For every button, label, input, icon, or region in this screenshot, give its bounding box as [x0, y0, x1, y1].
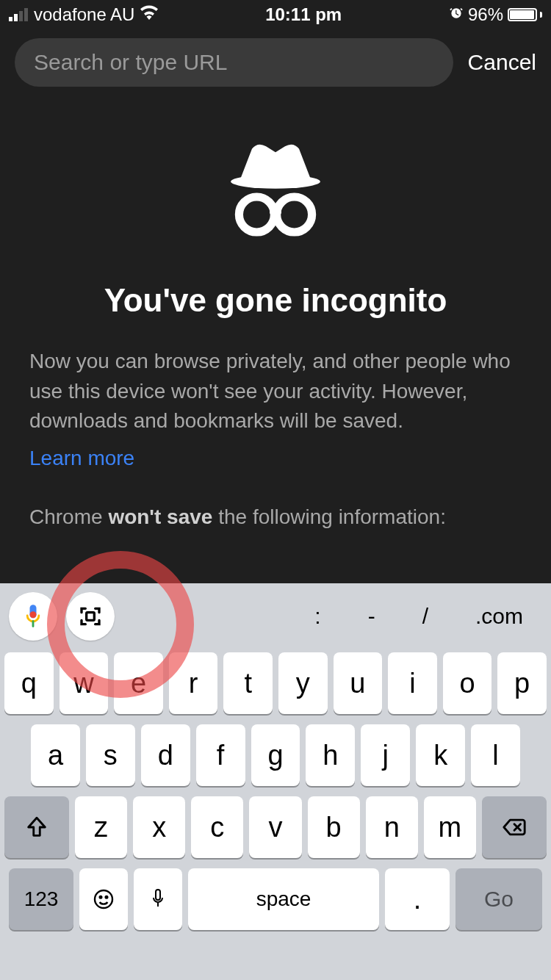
key-x[interactable]: x — [133, 796, 185, 858]
key-q[interactable]: q — [4, 652, 54, 714]
key-l[interactable]: l — [471, 724, 520, 786]
key-d[interactable]: d — [141, 724, 190, 786]
signal-icon — [9, 8, 28, 21]
search-row: Cancel — [0, 29, 551, 103]
key-u[interactable]: u — [334, 652, 383, 714]
key-c[interactable]: c — [191, 796, 243, 858]
wifi-icon — [140, 5, 158, 24]
svg-rect-6 — [87, 613, 95, 621]
url-search-input[interactable] — [15, 38, 453, 87]
keyboard-row-1: q w e r t y u i o p — [4, 652, 547, 714]
key-h[interactable]: h — [306, 724, 355, 786]
key-y[interactable]: y — [278, 652, 328, 714]
key-b[interactable]: b — [308, 796, 360, 858]
key-period[interactable]: . — [385, 868, 450, 930]
keyboard-row-4: 123 space . Go — [4, 868, 547, 930]
key-m[interactable]: m — [424, 796, 476, 858]
key-backspace[interactable] — [482, 796, 547, 858]
suggestion-slash[interactable]: / — [403, 604, 447, 629]
incognito-title: You've gone incognito — [29, 282, 522, 319]
svg-point-8 — [100, 896, 102, 898]
svg-point-2 — [277, 197, 312, 232]
status-right: 96% — [449, 4, 542, 25]
key-space[interactable]: space — [188, 868, 379, 930]
suggestion-dash[interactable]: - — [349, 604, 395, 629]
incognito-content: You've gone incognito Now you can browse… — [0, 103, 551, 529]
key-o[interactable]: o — [443, 652, 492, 714]
svg-point-1 — [239, 197, 274, 232]
key-j[interactable]: j — [361, 724, 410, 786]
key-n[interactable]: n — [366, 796, 418, 858]
suggestion-colon[interactable]: : — [295, 604, 339, 629]
keyboard-suggestion-bar: : - / .com — [0, 583, 551, 649]
svg-rect-10 — [156, 890, 160, 900]
key-v[interactable]: v — [249, 796, 301, 858]
keyboard: : - / .com q w e r t y u i o p a s d f g… — [0, 583, 551, 980]
key-z[interactable]: z — [75, 796, 127, 858]
key-r[interactable]: r — [169, 652, 218, 714]
qr-scan-button[interactable] — [66, 592, 115, 641]
key-f[interactable]: f — [196, 724, 245, 786]
key-g[interactable]: g — [251, 724, 300, 786]
status-bar: vodafone AU 10:11 pm 96% — [0, 0, 551, 29]
key-emoji[interactable] — [79, 868, 128, 930]
key-i[interactable]: i — [388, 652, 437, 714]
suggestion-dotcom[interactable]: .com — [456, 604, 542, 629]
key-go[interactable]: Go — [455, 868, 542, 930]
keyboard-row-2: a s d f g h j k l — [4, 724, 547, 786]
key-e[interactable]: e — [114, 652, 163, 714]
incognito-description: Now you can browse privately, and other … — [29, 347, 522, 436]
key-w[interactable]: w — [60, 652, 109, 714]
key-shift[interactable] — [4, 796, 69, 858]
key-k[interactable]: k — [416, 724, 465, 786]
status-left: vodafone AU — [9, 4, 158, 25]
key-123[interactable]: 123 — [9, 868, 73, 930]
svg-point-7 — [95, 890, 112, 908]
carrier-label: vodafone AU — [34, 4, 134, 25]
voice-search-button[interactable] — [9, 592, 57, 641]
keyboard-row-3: z x c v b n m — [4, 796, 547, 858]
battery-icon — [508, 8, 542, 21]
svg-point-0 — [231, 175, 320, 189]
battery-pct: 96% — [468, 4, 503, 25]
alarm-icon — [449, 4, 464, 25]
cancel-button[interactable]: Cancel — [468, 50, 536, 75]
incognito-icon — [29, 132, 522, 253]
status-time: 10:11 pm — [265, 4, 342, 25]
key-p[interactable]: p — [497, 652, 547, 714]
key-s[interactable]: s — [86, 724, 135, 786]
key-t[interactable]: t — [223, 652, 273, 714]
key-dictation[interactable] — [134, 868, 182, 930]
svg-rect-4 — [30, 611, 37, 618]
wont-save-text: Chrome won't save the following informat… — [29, 505, 522, 529]
svg-point-9 — [106, 896, 108, 898]
learn-more-link[interactable]: Learn more — [29, 447, 134, 470]
key-a[interactable]: a — [31, 724, 80, 786]
